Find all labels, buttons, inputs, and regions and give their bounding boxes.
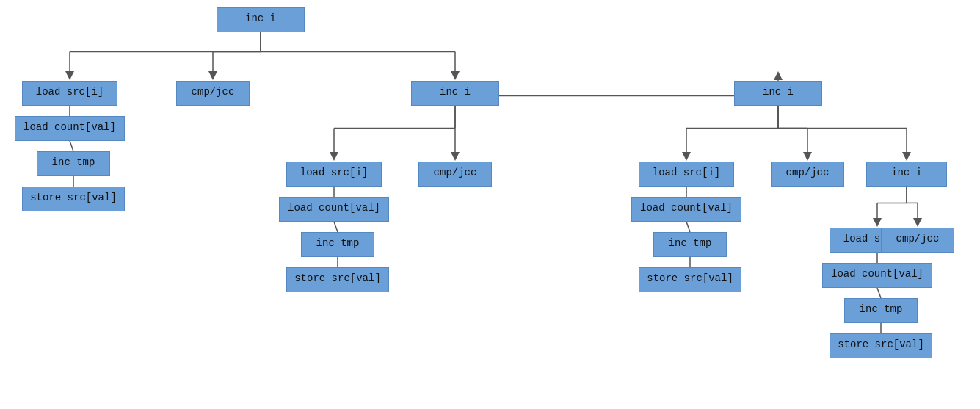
node-root: inc i — [217, 7, 305, 32]
node-n1_cmp: cmp/jcc — [176, 81, 250, 106]
node-n2_inc_tmp: inc tmp — [301, 232, 374, 257]
node-n3_sub_store: store src[val] — [830, 333, 932, 358]
node-n3_load_src: load src[i] — [639, 162, 734, 187]
svg-line-35 — [70, 141, 73, 151]
node-n3_sub_cmp: cmp/jcc — [881, 228, 954, 253]
node-n2_load_count: load count[val] — [279, 197, 389, 222]
node-n2_load_src: load src[i] — [286, 162, 382, 187]
node-n2_cmp: cmp/jcc — [418, 162, 492, 187]
tree-container: inc iload src[i]cmp/jccload count[val]in… — [0, 0, 980, 409]
node-n3_sub_load_count: load count[val] — [822, 263, 932, 288]
svg-line-41 — [686, 222, 690, 232]
node-n3_store: store src[val] — [639, 267, 741, 292]
node-n1_load_src: load src[i] — [22, 81, 117, 106]
node-n3_sub_inc_tmp: inc tmp — [844, 298, 918, 323]
node-n3_inc_tmp: inc tmp — [653, 232, 727, 257]
node-n2_root: inc i — [411, 81, 499, 106]
node-n1_store: store src[val] — [22, 187, 125, 211]
node-n1_inc_tmp: inc tmp — [37, 151, 110, 176]
node-n2_store: store src[val] — [286, 267, 389, 292]
svg-line-44 — [877, 288, 881, 298]
node-n1_load_count: load count[val] — [15, 116, 125, 141]
svg-line-38 — [334, 222, 338, 232]
node-n3_inc_i: inc i — [866, 162, 947, 187]
node-n3_load_count: load count[val] — [631, 197, 741, 222]
node-n3_root: inc i — [734, 81, 822, 106]
node-n3_cmp: cmp/jcc — [771, 162, 844, 187]
